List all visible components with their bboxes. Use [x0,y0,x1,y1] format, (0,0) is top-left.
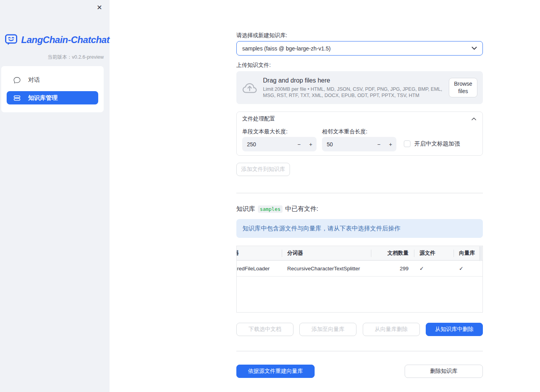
expander-title: 文件处理配置 [242,115,472,122]
chunk-size-value: 250 [247,141,293,147]
column-header-loader[interactable]: 文档加载器 [237,246,282,260]
cell-splitter: RecursiveCharacterTextSplitter [287,266,360,272]
expander-header[interactable]: 文件处理配置 [237,112,482,126]
version-label: 当前版本： [47,54,72,60]
sidebar-item-knowledge-base[interactable]: 知识库管理 [7,91,98,104]
kb-name-code: samples [258,205,283,213]
file-dropzone[interactable]: Drag and drop files here Limit 200MB per… [236,71,483,104]
file-action-buttons: 下载选中文档 添加至向量库 从向量库删除 从知识库中删除 [236,323,483,336]
kb-files-prefix: 知识库 [236,205,255,213]
sidebar-item-dialogue[interactable]: 对话 [7,73,98,86]
add-to-vector-store-button[interactable]: 添加至向量库 [299,323,356,336]
version-info: 当前版本：v0.2.6-preview [47,54,104,61]
sidebar-item-label: 知识库管理 [28,94,58,102]
app-logo: LangChain-Chatchat [5,34,110,46]
chunk-size-decrement-button[interactable]: − [293,137,305,151]
overlap-size-value: 50 [327,141,373,147]
chunk-size-increment-button[interactable]: + [305,137,317,151]
overlap-size-stepper[interactable]: 50 − + [322,137,396,151]
app-logo-text: LangChain-Chatchat [21,34,110,45]
upload-label: 上传知识文件: [236,62,271,69]
delete-kb-button[interactable]: 删除知识库 [405,365,483,378]
table-scrollbar[interactable] [479,246,482,261]
divider [236,193,483,193]
check-icon: ✓ [419,265,424,272]
kb-files-table[interactable]: 文档加载器 分词器 文档数量 源文件 向量库 UnstructuredFileL… [236,246,483,313]
download-selected-button[interactable]: 下载选中文档 [236,323,293,336]
table-row[interactable]: UnstructuredFileLoader RecursiveCharacte… [237,261,482,277]
divider [236,351,483,351]
add-files-to-kb-button[interactable]: 添加文件到知识库 [236,163,290,176]
chunk-size-stepper[interactable]: 250 − + [242,137,317,151]
overlap-size-label: 相邻文本重合长度: [322,128,367,135]
chatchat-logo-icon [5,34,18,46]
dropzone-limit-text: Limit 200MB per file • HTML, MD, JSON, C… [263,86,445,99]
column-header-vector-store[interactable]: 向量库 [454,246,482,260]
chunk-size-label: 单段文本最大长度: [242,128,288,135]
kb-select-dropdown[interactable]: samples (faiss @ bge-large-zh-v1.5) [236,41,483,56]
column-header-source-file[interactable]: 源文件 [414,246,454,260]
delete-from-kb-button[interactable]: 从知识库中删除 [426,323,483,336]
info-alert: 知识库中包含源文件与向量库，请从下表中选择文件后操作 [236,219,483,238]
zh-title-enhance-checkbox[interactable]: 开启中文标题加强 [404,140,460,147]
cell-doc-count: 299 [400,266,409,272]
zh-title-enhance-label: 开启中文标题加强 [414,140,460,147]
dropzone-title: Drag and drop files here [263,77,445,84]
chevron-down-icon [472,47,477,50]
chevron-up-icon [472,117,476,120]
version-value: v0.2.6-preview [72,54,104,60]
column-header-splitter[interactable]: 分词器 [282,246,371,260]
browse-files-button[interactable]: Browse files [449,78,477,97]
kb-select-value: samples (faiss @ bge-large-zh-v1.5) [242,45,472,52]
overlap-size-increment-button[interactable]: + [385,137,396,151]
kb-files-heading: 知识库 samples 中已有文件: [236,205,318,213]
sidebar-item-label: 对话 [28,76,40,84]
column-header-doc-count[interactable]: 文档数量 [371,246,414,260]
file-config-expander: 文件处理配置 单段文本最大长度: 250 − + 相邻文本重合长度: 50 − … [236,111,483,156]
check-icon: ✓ [459,265,463,272]
cell-loader: UnstructuredFileLoader [237,266,270,272]
sidebar-close-icon[interactable]: ✕ [94,2,105,13]
stacked-cards-icon [14,95,20,101]
sidebar: ✕ LangChain-Chatchat 当前版本：v0.2.6-preview [0,0,110,392]
rebuild-vector-store-button[interactable]: 依据源文件重建向量库 [236,365,315,378]
checkbox-unchecked-icon [404,140,410,147]
app-window: ✕ LangChain-Chatchat 当前版本：v0.2.6-preview [0,0,540,392]
kb-files-suffix: 中已有文件: [285,205,318,213]
sidebar-nav: 对话 知识库管理 [1,66,104,112]
cloud-upload-icon [243,82,257,94]
chat-bubble-icon [14,77,20,83]
info-alert-text: 知识库中包含源文件与向量库，请从下表中选择文件后操作 [243,225,400,233]
kb-select-label: 请选择或新建知识库: [236,32,287,39]
dropzone-text: Drag and drop files here Limit 200MB per… [263,77,449,99]
overlap-size-decrement-button[interactable]: − [373,137,385,151]
table-header-row: 文档加载器 分词器 文档数量 源文件 向量库 [237,246,482,261]
delete-from-vector-store-button[interactable]: 从向量库删除 [363,323,420,336]
